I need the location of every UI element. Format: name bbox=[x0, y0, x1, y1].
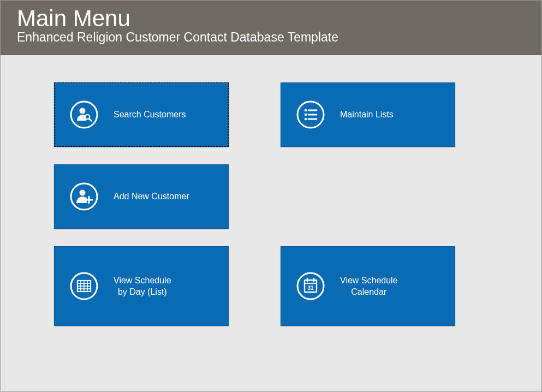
tile-label: View Schedule Calendar bbox=[340, 275, 398, 298]
tile-label: View Schedule by Day (List) bbox=[114, 275, 171, 298]
page-title: Main Menu bbox=[17, 6, 525, 31]
empty-cell bbox=[281, 164, 455, 229]
left-separator bbox=[4, 55, 4, 391]
calendar-date-icon: 31 bbox=[296, 272, 325, 300]
page-subtitle: Enhanced Religion Customer Contact Datab… bbox=[17, 30, 525, 45]
tile-label: Add New Customer bbox=[114, 191, 189, 203]
svg-point-12 bbox=[80, 190, 86, 196]
view-schedule-calendar-button[interactable]: 31 View Schedule Calendar bbox=[281, 246, 455, 326]
svg-point-5 bbox=[305, 109, 307, 111]
svg-point-11 bbox=[71, 183, 97, 210]
grid-calendar-icon bbox=[70, 272, 98, 300]
add-new-customer-button[interactable]: Add New Customer bbox=[54, 164, 229, 229]
svg-point-0 bbox=[71, 102, 97, 128]
tile-label: Search Customers bbox=[114, 109, 186, 121]
maintain-lists-button[interactable]: Maintain Lists bbox=[281, 82, 455, 147]
svg-text:31: 31 bbox=[307, 285, 314, 291]
person-add-icon bbox=[70, 182, 98, 211]
svg-point-9 bbox=[305, 118, 307, 120]
tile-label: Maintain Lists bbox=[340, 109, 394, 121]
tile-grid: Search Customers Maintain Lists bbox=[54, 82, 541, 326]
list-icon bbox=[296, 100, 325, 129]
svg-point-1 bbox=[80, 108, 86, 114]
person-search-icon bbox=[70, 100, 98, 129]
svg-line-3 bbox=[89, 118, 92, 121]
content-area: Search Customers Maintain Lists bbox=[1, 55, 541, 391]
view-schedule-by-day-button[interactable]: View Schedule by Day (List) bbox=[54, 246, 229, 326]
svg-point-7 bbox=[305, 114, 307, 116]
search-customers-button[interactable]: Search Customers bbox=[54, 82, 229, 147]
header: Main Menu Enhanced Religion Customer Con… bbox=[1, 1, 541, 55]
